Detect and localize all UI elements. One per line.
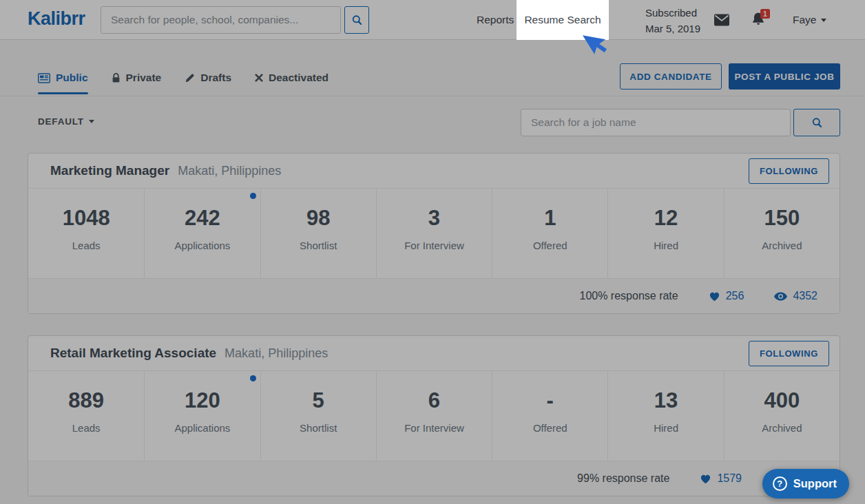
support-button[interactable]: ? Support <box>762 469 849 498</box>
support-label: Support <box>793 477 837 490</box>
question-circle-icon: ? <box>773 476 787 491</box>
walkthrough-overlay <box>0 0 865 504</box>
